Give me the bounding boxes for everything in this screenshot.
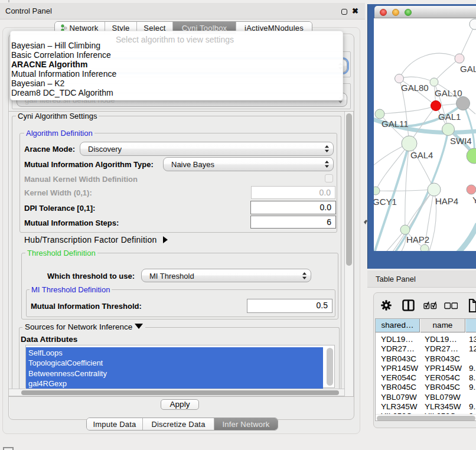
svg-text:HAP2: HAP2: [406, 234, 429, 244]
svg-text:GAL1: GAL1: [438, 112, 461, 122]
svg-text:GAL4: GAL4: [410, 150, 433, 160]
svg-text:GAL10: GAL10: [435, 88, 462, 98]
svg-text:SWI4: SWI4: [450, 136, 472, 146]
svg-text:GAL7: GAL7: [460, 64, 476, 74]
svg-text:HAP4: HAP4: [435, 196, 458, 206]
svg-text:Y: Y: [472, 195, 476, 205]
svg-text:GCY1: GCY1: [374, 197, 397, 207]
svg-text:GAL11: GAL11: [382, 119, 409, 129]
svg-text:GAL80: GAL80: [401, 83, 429, 93]
